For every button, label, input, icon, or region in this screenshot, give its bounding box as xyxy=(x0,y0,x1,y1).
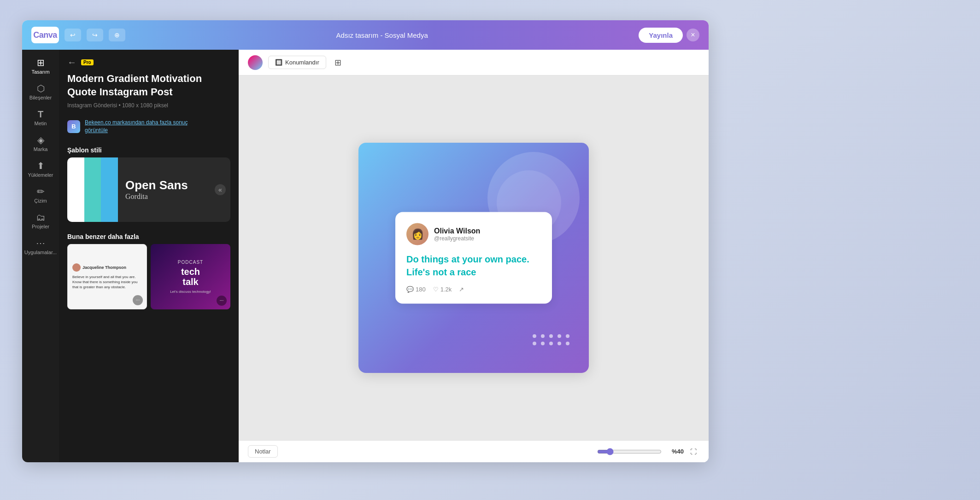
undo-button[interactable]: ↩ xyxy=(65,29,81,41)
design-likes: 💬 180 xyxy=(406,286,426,293)
design-user-handle: @reallygreatsite xyxy=(434,235,480,242)
sidebar-item-bilesenler-label: Bileşenler xyxy=(29,95,52,100)
position-icon: 🔲 xyxy=(275,59,282,66)
publish-button[interactable]: Yayınla xyxy=(639,28,683,43)
zoom-slider[interactable] xyxy=(597,448,662,455)
reposts-count: 1.2k xyxy=(440,286,452,293)
similar-card-tech[interactable]: podcast techtalk Let's discuss technolog… xyxy=(151,244,230,309)
panel-top: ← Pro xyxy=(59,50,239,72)
color-bar-blue xyxy=(101,157,118,222)
author-avatar: B xyxy=(67,120,80,133)
style-hide-button[interactable]: « xyxy=(215,184,226,195)
similar-grid: Jacqueline Thompson Believe in yourself … xyxy=(59,244,239,318)
metin-icon: T xyxy=(38,110,43,119)
sidebar-item-uygulamalar-label: Uygulamalar... xyxy=(24,250,57,255)
fullscreen-button[interactable]: ⛶ xyxy=(687,445,699,458)
like-icon: 💬 xyxy=(406,286,414,293)
dot-4 xyxy=(557,334,561,338)
sidebar-item-projeler-label: Projeler xyxy=(32,224,49,229)
more-options-button[interactable]: ⊕ xyxy=(109,29,125,41)
white-card-more-button[interactable]: ··· xyxy=(133,295,143,305)
tech-card-more-button[interactable]: ··· xyxy=(217,296,227,306)
canva-logo: Canva xyxy=(31,27,59,43)
position-button[interactable]: 🔲 Konumlandır xyxy=(268,56,326,69)
design-card: 👩 Olivia Wilson @reallygreatsite Do thin… xyxy=(395,212,552,304)
design-quote: Do things at your own pace. Life's not a… xyxy=(406,253,541,279)
uygulamalar-icon: ⋯ xyxy=(36,238,45,248)
insta-avatar-icon xyxy=(72,263,81,272)
style-color-bars xyxy=(67,157,118,222)
sidebar-item-marka-label: Marka xyxy=(34,146,48,152)
canvas-workspace[interactable]: 👩 Olivia Wilson @reallygreatsite Do thin… xyxy=(239,76,709,440)
dot-9 xyxy=(557,342,561,345)
position-label: Konumlandır xyxy=(285,59,319,66)
insta-white-quote: Believe in yourself and all that you are… xyxy=(72,274,142,290)
color-picker-button[interactable] xyxy=(248,55,263,70)
design-card-header: 👩 Olivia Wilson @reallygreatsite xyxy=(406,223,541,245)
color-bar-teal xyxy=(84,157,101,222)
yuklemeler-icon: ⬆ xyxy=(37,161,45,170)
design-preview: 👩 Olivia Wilson @reallygreatsite Do thin… xyxy=(358,143,589,373)
dot-3 xyxy=(549,334,553,338)
insta-white-header: Jacqueline Thompson xyxy=(72,263,142,272)
template-meta: Instagram Gönderisi • 1080 x 1080 piksel xyxy=(67,102,230,109)
bilesenler-icon: ⬡ xyxy=(37,84,45,93)
sidebar-item-yuklemeler[interactable]: ⬆ Yüklemeler xyxy=(25,157,56,181)
design-avatar: 👩 xyxy=(406,223,428,245)
sidebar-item-yuklemeler-label: Yüklemeler xyxy=(28,172,53,178)
similar-card-white[interactable]: Jacqueline Thompson Believe in yourself … xyxy=(67,244,147,309)
cizim-icon: ✏ xyxy=(37,187,45,196)
tech-podcast-label: podcast xyxy=(178,260,203,265)
style-section-title: Şablon stili xyxy=(59,140,239,157)
author-text: Bekeen.co markasından daha fazla sonuç g… xyxy=(85,119,188,134)
marka-icon: ◈ xyxy=(37,135,44,145)
template-title-block: Modern Gradient Motivation Quote Instagr… xyxy=(59,72,239,113)
canvas-area: 🔲 Konumlandır ⊞ xyxy=(239,50,709,462)
notes-button[interactable]: Notlar xyxy=(248,445,278,458)
title-bar-actions: Yayınla × xyxy=(639,28,699,43)
main-window: Canva ↩ ↪ ⊕ Adsız tasarım - Sosyal Medya… xyxy=(22,20,709,462)
style-font-info: Open Sans Gordita xyxy=(118,157,230,222)
projeler-icon: 🗂 xyxy=(36,213,45,222)
repost-icon: ♡ xyxy=(433,286,439,293)
dot-5 xyxy=(566,334,569,338)
template-title: Modern Gradient Motivation Quote Instagr… xyxy=(67,72,230,99)
redo-button[interactable]: ↪ xyxy=(87,29,103,41)
design-dots-grid xyxy=(533,334,570,345)
tech-subtitle: Let's discuss technology! xyxy=(170,290,211,294)
panel-back-button[interactable]: ← xyxy=(67,57,76,68)
dot-2 xyxy=(541,334,545,338)
sidebar-item-uygulamalar[interactable]: ⋯ Uygulamalar... xyxy=(25,235,56,259)
insta-username: Jacqueline Thompson xyxy=(82,265,126,270)
tasarim-icon: ⊞ xyxy=(37,58,45,67)
insta-card-white-content: Jacqueline Thompson Believe in yourself … xyxy=(68,259,147,295)
sidebar-item-tasarim-label: Tasarım xyxy=(31,69,49,75)
grid-button[interactable]: ⊞ xyxy=(332,55,344,70)
title-bar: Canva ↩ ↪ ⊕ Adsız tasarım - Sosyal Medya… xyxy=(22,20,709,50)
dot-10 xyxy=(566,342,569,345)
tech-talk-text: techtalk xyxy=(181,267,200,287)
design-reposts: ♡ 1.2k xyxy=(433,286,452,293)
canvas-bottom-bar: Notlar %40 ⛶ xyxy=(239,440,709,462)
sidebar-item-cizim-label: Çizim xyxy=(34,198,47,203)
dot-8 xyxy=(549,342,553,345)
sidebar-item-metin[interactable]: T Metin xyxy=(25,106,56,130)
dot-6 xyxy=(533,342,536,345)
design-user-name: Olivia Wilson xyxy=(434,227,480,235)
sidebar-item-projeler[interactable]: 🗂 Projeler xyxy=(25,209,56,233)
template-author: B Bekeen.co markasından daha fazla sonuç… xyxy=(59,113,239,140)
pro-badge: Pro xyxy=(81,59,94,65)
sidebar-item-tasarim[interactable]: ⊞ Tasarım xyxy=(25,54,56,78)
sidebar-item-cizim[interactable]: ✏ Çizim xyxy=(25,183,56,207)
author-see-link[interactable]: görüntüle xyxy=(85,127,108,134)
zoom-value: %40 xyxy=(665,448,684,455)
window-body: ⊞ Tasarım ⬡ Bileşenler T Metin ◈ Marka ⬆… xyxy=(22,50,709,462)
dot-7 xyxy=(541,342,545,345)
close-button[interactable]: × xyxy=(687,29,699,41)
title-bar-title: Adsız tasarım - Sosyal Medya xyxy=(336,31,428,39)
similar-label: Buna benzer daha fazla xyxy=(59,227,239,244)
sidebar-item-marka[interactable]: ◈ Marka xyxy=(25,132,56,156)
author-main-text: Bekeen.co markasından daha fazla sonuç xyxy=(85,119,188,126)
sidebar-item-bilesenler[interactable]: ⬡ Bileşenler xyxy=(25,80,56,104)
style-preview: Open Sans Gordita « xyxy=(67,157,230,222)
